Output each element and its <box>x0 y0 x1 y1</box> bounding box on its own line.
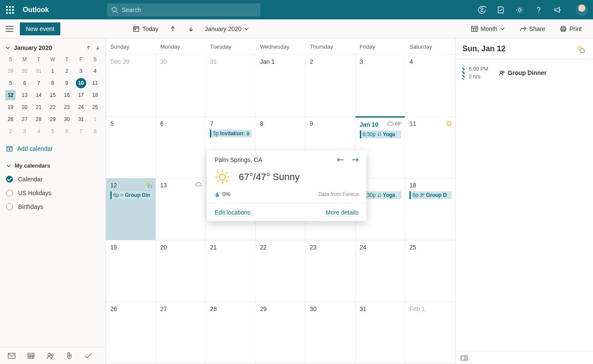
add-calendar-button[interactable]: Add calendar <box>0 141 106 156</box>
new-event-button[interactable]: New event <box>20 22 60 35</box>
skype-icon[interactable] <box>478 6 486 14</box>
minical-day[interactable]: 27 <box>19 114 30 124</box>
today-button[interactable]: Today <box>129 23 162 35</box>
minical-collapse-icon[interactable] <box>5 45 10 50</box>
minical-day[interactable]: 30 <box>19 66 30 76</box>
megaphone-icon[interactable] <box>553 6 562 14</box>
month-picker-button[interactable]: January 2020 <box>202 23 253 35</box>
calendar-cell[interactable]: 5 <box>106 117 156 178</box>
calendar-cell[interactable]: 25 <box>405 240 455 302</box>
minical-day[interactable]: 11 <box>90 78 100 88</box>
weather-mini[interactable] <box>145 182 153 188</box>
minical-day[interactable]: 16 <box>62 90 72 100</box>
minical-day[interactable]: 18 <box>90 90 100 100</box>
minical-day[interactable]: 4 <box>34 126 44 137</box>
calendar-cell[interactable]: 21 <box>206 240 256 302</box>
calendar-cell[interactable]: 24 <box>356 240 406 302</box>
minical-day[interactable]: 24 <box>76 102 86 112</box>
next-period-button[interactable] <box>184 23 198 34</box>
share-button[interactable]: Share <box>516 23 549 35</box>
calendar-cell[interactable]: 30 <box>156 55 206 116</box>
minical-day[interactable]: 2 <box>62 66 72 76</box>
minical-day[interactable]: 12 <box>5 90 16 100</box>
todo-icon[interactable] <box>496 6 505 14</box>
calendar-cell[interactable]: 186pGroup D <box>405 178 455 240</box>
my-calendars-header[interactable]: My calendars <box>0 156 106 172</box>
help-icon[interactable] <box>534 6 543 14</box>
files-module-icon[interactable] <box>66 352 72 360</box>
minical-day[interactable]: 29 <box>47 114 58 124</box>
nav-toggle-icon[interactable] <box>0 19 19 38</box>
calendar-checkbox[interactable] <box>6 203 13 210</box>
minical-day[interactable]: 5 <box>47 126 58 137</box>
minical-day[interactable]: 29 <box>5 66 16 76</box>
minical-day[interactable]: 21 <box>34 102 44 112</box>
calendar-cell[interactable]: 31 <box>206 55 256 116</box>
minical-day[interactable]: 4 <box>90 66 100 76</box>
minical-day[interactable]: 5 <box>5 78 16 88</box>
minical-day[interactable]: 31 <box>34 66 44 76</box>
calendar-cell[interactable]: 4 <box>405 55 455 116</box>
minical-day[interactable]: 13 <box>19 90 30 100</box>
minical-prev-icon[interactable] <box>86 45 91 50</box>
calendar-module-icon[interactable] <box>28 352 34 359</box>
minical-day[interactable]: 25 <box>90 102 100 112</box>
search-box[interactable] <box>107 3 260 16</box>
calendar-cell[interactable]: 31 <box>356 302 406 364</box>
minical-day[interactable]: 3 <box>76 66 86 76</box>
print-button[interactable]: Print <box>556 23 585 35</box>
weather-mini[interactable] <box>446 120 453 127</box>
calendar-event[interactable]: 6:30pYoga <box>360 131 402 138</box>
edit-locations-link[interactable]: Edit locations <box>215 209 250 216</box>
minical-day[interactable]: 9 <box>62 78 72 88</box>
calendar-cell[interactable]: 19 <box>106 240 156 302</box>
minical-day[interactable]: 19 <box>5 102 16 112</box>
calendar-event[interactable]: 6pGroup D <box>409 191 452 199</box>
minical-next-icon[interactable] <box>95 45 100 50</box>
calendar-checkbox[interactable] <box>6 176 13 183</box>
weather-next-icon[interactable] <box>352 157 359 162</box>
calendar-cell[interactable]: 6 <box>156 117 206 178</box>
calendar-cell[interactable]: 29 <box>256 302 306 364</box>
minical-day[interactable]: 6 <box>19 78 30 88</box>
people-module-icon[interactable] <box>47 352 54 359</box>
minical-day[interactable]: 8 <box>90 126 100 137</box>
calendar-cell[interactable]: 2 <box>306 55 356 116</box>
calendar-cell[interactable]: 26 <box>106 302 156 364</box>
minical-day[interactable]: 1 <box>90 114 100 124</box>
calendar-list-item[interactable]: Birthdays <box>6 200 100 214</box>
minical-day[interactable]: 6 <box>62 126 72 137</box>
minical-day[interactable]: 1 <box>47 66 58 76</box>
agenda-item[interactable]: 6:00 PM 2 hrs Group Dinner <box>456 60 593 86</box>
more-details-link[interactable]: More details <box>326 209 359 216</box>
calendar-cell[interactable]: 3 <box>356 55 406 116</box>
minical-day[interactable]: 3 <box>19 126 30 137</box>
calendar-cell[interactable]: 11 <box>405 117 455 178</box>
minical-day[interactable]: 7 <box>76 126 86 137</box>
minical-day[interactable]: 28 <box>34 114 44 124</box>
app-launcher-icon[interactable] <box>0 0 19 19</box>
view-switch-button[interactable]: Month <box>468 23 509 35</box>
minical-day[interactable]: 15 <box>47 90 58 100</box>
minical-day[interactable]: 22 <box>47 102 58 112</box>
calendar-cell[interactable]: 20 <box>156 240 206 302</box>
minical-day[interactable]: 8 <box>47 78 58 88</box>
weather-prev-icon[interactable] <box>337 157 344 162</box>
calendar-list-item[interactable]: US Holidays <box>6 186 100 200</box>
avatar[interactable] <box>576 4 588 16</box>
calendar-cell[interactable]: 22 <box>256 240 306 302</box>
calendar-cell[interactable]: Feb 1 <box>405 302 455 364</box>
calendar-cell[interactable]: 13 <box>156 178 206 240</box>
calendar-cell[interactable]: 30 <box>306 302 356 364</box>
calendar-checkbox[interactable] <box>6 190 13 196</box>
minical-day[interactable]: 26 <box>5 114 16 124</box>
minical-day[interactable]: 20 <box>19 102 30 112</box>
minical-day[interactable]: 30 <box>62 114 72 124</box>
calendar-cell[interactable]: 23 <box>306 240 356 302</box>
minical-day[interactable]: 10 <box>76 78 86 88</box>
calendar-cell[interactable]: Dec 29 <box>106 55 156 116</box>
calendar-event[interactable]: 5pInvitation: <box>210 130 252 137</box>
pane-toggle-icon[interactable] <box>461 355 468 361</box>
todo-module-icon[interactable] <box>84 353 92 359</box>
calendar-cell[interactable]: 28 <box>206 302 256 364</box>
